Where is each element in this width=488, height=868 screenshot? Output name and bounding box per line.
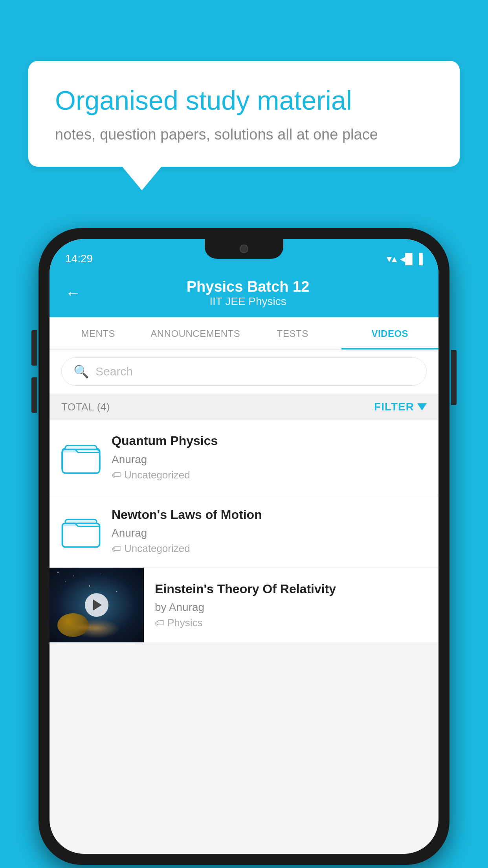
tag-label: Physics	[167, 617, 203, 629]
speech-bubble-title: Organised study material	[55, 85, 433, 117]
filter-icon	[417, 403, 427, 410]
video-tag: 🏷 Uncategorized	[112, 469, 427, 481]
folder-icon	[61, 513, 101, 548]
tab-bar: MENTS ANNOUNCEMENTS TESTS VIDEOS	[50, 317, 438, 349]
front-camera	[240, 245, 248, 253]
signal-icon: ◂█	[400, 253, 412, 265]
back-button[interactable]: ←	[65, 284, 81, 302]
video-thumbnail	[50, 568, 144, 642]
batch-title: Physics Batch 12	[93, 278, 403, 295]
speech-bubble-subtitle: notes, question papers, solutions all at…	[55, 126, 433, 143]
app-header: ← Physics Batch 12 IIT JEE Physics	[50, 270, 438, 317]
video-title: Einstein's Theory Of Relativity	[155, 581, 431, 598]
filter-button[interactable]: FILTER	[374, 401, 427, 413]
play-button[interactable]	[85, 593, 108, 617]
list-item[interactable]: Einstein's Theory Of Relativity by Anura…	[50, 568, 438, 643]
phone-notch	[205, 239, 283, 259]
tab-ments[interactable]: MENTS	[50, 317, 147, 349]
list-item[interactable]: Newton's Laws of Motion Anurag 🏷 Uncateg…	[50, 494, 438, 568]
header-title-block: Physics Batch 12 IIT JEE Physics	[93, 278, 403, 308]
tab-videos[interactable]: VIDEOS	[341, 317, 439, 349]
search-bar[interactable]: 🔍 Search	[61, 357, 427, 386]
tag-icon: 🏷	[155, 618, 164, 629]
power-button	[451, 350, 457, 405]
battery-icon: ▐	[416, 253, 423, 265]
video-author: by Anurag	[155, 601, 431, 614]
speech-bubble-arrow	[122, 167, 161, 190]
tag-icon: 🏷	[112, 469, 121, 480]
video-info: Quantum Physics Anurag 🏷 Uncategorized	[112, 433, 427, 481]
video-author: Anurag	[112, 527, 427, 539]
status-time: 14:29	[65, 252, 93, 265]
tab-announcements[interactable]: ANNOUNCEMENTS	[147, 317, 244, 349]
video-tag: 🏷 Uncategorized	[112, 542, 427, 555]
total-count: TOTAL (4)	[61, 401, 110, 413]
tag-label: Uncategorized	[124, 469, 190, 481]
volume-down-button	[31, 377, 37, 413]
filter-label: FILTER	[374, 401, 414, 413]
batch-subtitle: IIT JEE Physics	[93, 295, 403, 308]
video-info: Newton's Laws of Motion Anurag 🏷 Uncateg…	[112, 507, 427, 555]
volume-up-button	[31, 330, 37, 366]
search-container: 🔍 Search	[50, 349, 438, 394]
video-author: Anurag	[112, 453, 427, 466]
wifi-icon: ▾▴	[387, 253, 397, 265]
search-icon: 🔍	[73, 364, 89, 379]
search-placeholder: Search	[95, 365, 133, 378]
phone-screen: 14:29 ▾▴ ◂█ ▐ ← Physics Batch 12 IIT JEE…	[50, 239, 438, 854]
phone-device: 14:29 ▾▴ ◂█ ▐ ← Physics Batch 12 IIT JEE…	[39, 228, 449, 865]
list-item[interactable]: Quantum Physics Anurag 🏷 Uncategorized	[50, 420, 438, 494]
video-tag: 🏷 Physics	[155, 617, 431, 629]
filter-row: TOTAL (4) FILTER	[50, 394, 438, 420]
video-title: Quantum Physics	[112, 433, 427, 449]
folder-icon	[61, 439, 101, 474]
tag-label: Uncategorized	[124, 542, 190, 555]
video-list: Quantum Physics Anurag 🏷 Uncategorized	[50, 420, 438, 643]
play-icon	[93, 600, 102, 611]
speech-bubble-container: Organised study material notes, question…	[28, 61, 460, 190]
tab-tests[interactable]: TESTS	[244, 317, 341, 349]
status-icons: ▾▴ ◂█ ▐	[387, 253, 423, 265]
video-title: Newton's Laws of Motion	[112, 507, 427, 523]
video-info: Einstein's Theory Of Relativity by Anura…	[144, 570, 438, 640]
speech-bubble: Organised study material notes, question…	[28, 61, 460, 167]
tag-icon: 🏷	[112, 543, 121, 554]
